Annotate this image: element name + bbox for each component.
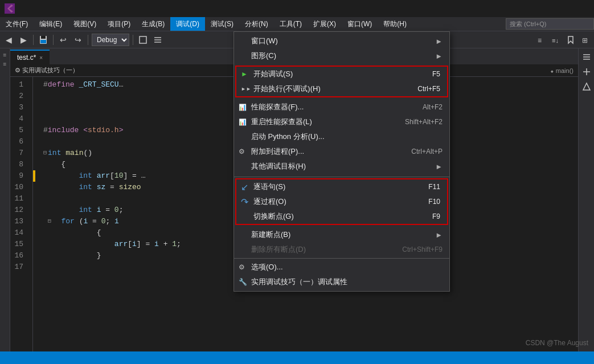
line-num-16: 16 [10, 250, 27, 261]
step-over-icon: ↷ [241, 197, 248, 207]
dropdown-item-toggle-bp[interactable]: 切换断点(G) F9 [236, 209, 447, 224]
menu-debug[interactable]: 调试(D) [170, 17, 205, 31]
watermark: CSDN @The August [526, 339, 588, 347]
options-icon: ⚙ [239, 263, 245, 271]
save-button[interactable] [37, 34, 50, 46]
perf-shortcut: Alt+F2 [423, 103, 443, 111]
right-btn-2[interactable] [580, 66, 593, 78]
attach-shortcut: Ctrl+Alt+P [411, 148, 443, 156]
restart-perf-icon: 📊 [239, 118, 247, 126]
search-placeholder: 搜索 (Ctrl+Q) [510, 20, 546, 28]
toolbar-btn-2[interactable] [151, 34, 164, 46]
menu-build[interactable]: 生成(B) [136, 17, 170, 31]
line-num-7: 7 [10, 148, 27, 159]
tab-close-btn[interactable]: × [39, 55, 43, 61]
toolbar-bookmark-btn[interactable] [564, 34, 577, 46]
dropdown-item-graphics[interactable]: 图形(C) ► [234, 48, 449, 63]
dropdown-item-step-into-label: 逐语句(S) [253, 182, 285, 192]
dropdown-item-delete-all-bp[interactable]: 删除所有断点(D) Ctrl+Shift+F9 [234, 242, 449, 257]
step-into-icon: ↙ [241, 182, 248, 193]
highlight-section-1: ► 开始调试(S) F5 ►► 开始执行(不调试)(H) Ctrl+F5 [235, 66, 448, 97]
window-arrow-icon: ► [435, 37, 443, 46]
line-num-10: 10 [10, 182, 27, 193]
dropdown-item-options[interactable]: ⚙ 选项(O)... [234, 260, 449, 275]
menu-extensions[interactable]: 扩展(X) [308, 17, 342, 31]
toolbar-right-btn-1[interactable]: ≡ [535, 34, 547, 46]
perf-explorer-icon: 📊 [239, 104, 247, 111]
dropdown-item-window-label: 窗口(W) [251, 36, 278, 46]
start-no-debug-shortcut: Ctrl+F5 [417, 85, 440, 93]
left-sidebar: ≡ ≡ [0, 48, 10, 364]
restart-perf-shortcut: Shift+Alt+F2 [405, 118, 443, 126]
dropdown-item-perf-explorer[interactable]: 📊 性能探查器(F)... Alt+F2 [234, 100, 449, 114]
new-bp-arrow-icon: ► [435, 231, 443, 239]
line-num-17: 17 [10, 261, 27, 273]
undo-button[interactable]: ↩ [57, 34, 69, 46]
dropdown-item-restart-perf-label: 重启性能探查器(L) [251, 117, 312, 127]
line-num-13: 13 [10, 216, 27, 227]
dropdown-item-step-over-label: 逐过程(O) [253, 197, 286, 207]
toggle-bp-shortcut: F9 [432, 212, 440, 220]
dropdown-item-other-targets[interactable]: 其他调试目标(H) ► [234, 159, 449, 174]
dropdown-item-start-no-debug[interactable]: ►► 开始执行(不调试)(H) Ctrl+F5 [236, 81, 447, 96]
dropdown-item-new-bp[interactable]: 新建断点(B) ► [234, 227, 449, 242]
line-num-1: 1 [10, 79, 27, 91]
back-button[interactable]: ◀ [2, 34, 15, 46]
menu-analyze[interactable]: 分析(N) [239, 17, 274, 31]
forward-button[interactable]: ▶ [17, 34, 30, 46]
line-num-14: 14 [10, 227, 27, 239]
line-num-9: 9 [10, 170, 27, 182]
redo-button[interactable]: ↪ [72, 34, 84, 46]
dropdown-item-other-targets-label: 其他调试目标(H) [251, 161, 306, 171]
other-targets-arrow-icon: ► [435, 162, 443, 171]
toolbar-extra-btn[interactable]: ⊞ [579, 34, 592, 46]
dropdown-bottom-section: 新建断点(B) ► 删除所有断点(D) Ctrl+Shift+F9 ⚙ 选项(O… [234, 226, 449, 291]
attach-icon: ⚙ [239, 148, 245, 156]
start-debug-shortcut: F5 [432, 70, 440, 78]
dropdown-item-python[interactable]: 启动 Python 分析(U)... [234, 129, 449, 144]
menu-edit[interactable]: 编辑(E) [34, 17, 68, 31]
graphics-arrow-icon: ► [435, 52, 443, 60]
svg-marker-11 [568, 36, 573, 43]
highlight-section-2: ↙ 逐语句(S) F11 ↷ 逐过程(O) F10 切换断点(G) F9 [235, 178, 448, 225]
menu-help[interactable]: 帮助(H) [378, 17, 412, 31]
step-over-shortcut: F10 [428, 198, 440, 206]
svg-text:≡: ≡ [538, 36, 542, 44]
separator-2 [53, 35, 54, 45]
dropdown-item-start-debug-label: 开始调试(S) [253, 69, 293, 79]
menu-project[interactable]: 项目(P) [102, 17, 136, 31]
title-bar [0, 0, 594, 17]
svg-rect-4 [40, 40, 46, 43]
menu-window[interactable]: 窗口(W) [342, 17, 378, 31]
tab-filename: test.c* [17, 54, 36, 62]
menu-view[interactable]: 视图(V) [68, 17, 102, 31]
dropdown-item-properties[interactable]: 🔧 实用调试技巧（一）调试属性 [234, 275, 449, 289]
menu-tools[interactable]: 工具(T) [274, 17, 308, 31]
tab-test-c[interactable]: test.c* × [10, 50, 50, 64]
function-indicator: ⬥ main() [550, 67, 573, 74]
dropdown-item-attach[interactable]: ⚙ 附加到进程(P)... Ctrl+Alt+P [234, 144, 449, 159]
dropdown-item-restart-perf[interactable]: 📊 重启性能探查器(L) Shift+Alt+F2 [234, 114, 449, 129]
line-num-5: 5 [10, 125, 27, 136]
menu-file[interactable]: 文件(F) [0, 17, 34, 31]
step-into-shortcut: F11 [428, 183, 440, 191]
dropdown-item-start-no-debug-label: 开始执行(不调试)(H) [253, 84, 321, 94]
dropdown-item-delete-all-bp-label: 删除所有断点(D) [251, 244, 306, 255]
toolbar-right-btn-2[interactable]: ≡↓ [550, 34, 562, 46]
dropdown-item-python-label: 启动 Python 分析(U)... [251, 132, 325, 142]
dropdown-item-step-over[interactable]: ↷ 逐过程(O) F10 [236, 194, 447, 209]
menu-test[interactable]: 测试(S) [205, 17, 239, 31]
toolbar-btn-1[interactable] [137, 34, 149, 46]
dropdown-middle-section: 📊 性能探查器(F)... Alt+F2 📊 重启性能探查器(L) Shift+… [234, 98, 449, 175]
line-num-4: 4 [10, 113, 27, 125]
svg-text:≡↓: ≡↓ [552, 37, 559, 44]
line-num-15: 15 [10, 239, 27, 250]
svg-marker-18 [583, 83, 590, 90]
dropdown-item-start-debug[interactable]: ► 开始调试(S) F5 [236, 67, 447, 81]
dropdown-item-step-into[interactable]: ↙ 逐语句(S) F11 [236, 179, 447, 194]
right-btn-1[interactable] [580, 51, 593, 63]
dropdown-item-window[interactable]: 窗口(W) ► [234, 34, 449, 48]
start-no-debug-icon: ►► [241, 86, 251, 92]
config-select[interactable]: Debug [92, 34, 129, 46]
right-btn-3[interactable] [580, 80, 593, 93]
